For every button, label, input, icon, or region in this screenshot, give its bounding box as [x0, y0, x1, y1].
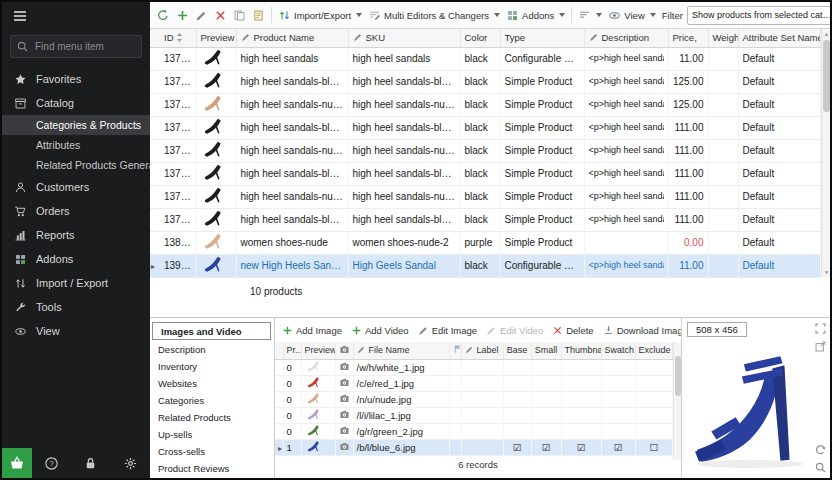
image-row[interactable]: 0 /w/h/white_1.jpg — [275, 359, 673, 375]
col-small[interactable]: Small — [531, 342, 561, 359]
add-product-button[interactable] — [174, 8, 191, 23]
edit-video-button[interactable]: Edit Video — [484, 324, 545, 337]
swatch-checkbox[interactable] — [601, 407, 635, 423]
thumbnail-checkbox[interactable] — [561, 423, 601, 439]
category-filter-select[interactable]: Show products from selected categories — [687, 6, 830, 25]
sidebar-item-import-export[interactable]: Import / Export — [2, 271, 150, 295]
product-row[interactable]: 13736 high heel sandals-black-36 high he… — [150, 116, 821, 139]
zoom-button[interactable] — [814, 461, 827, 474]
image-row[interactable]: 0 /n/u/nude.jpg — [275, 391, 673, 407]
multi-editors-menu[interactable]: Multi Editors & Changers — [366, 8, 502, 23]
scrollbar-thumb[interactable] — [823, 40, 830, 112]
col-description[interactable]: Description — [584, 29, 668, 47]
swatch-checkbox[interactable] — [601, 391, 635, 407]
exclude-checkbox[interactable] — [635, 359, 673, 375]
fullscreen-button[interactable] — [814, 322, 827, 335]
refresh-button[interactable] — [154, 7, 172, 23]
col-base[interactable]: Base — [503, 342, 531, 359]
col-type[interactable]: Type — [500, 29, 584, 47]
small-checkbox[interactable] — [531, 423, 561, 439]
product-row[interactable]: 13733 high heel sandals-nude high heel s… — [150, 93, 821, 116]
col-thumbnail[interactable]: Thumbna — [561, 342, 601, 359]
product-detail-tab[interactable]: Images and Video — [152, 322, 271, 340]
col-preview[interactable]: Preview — [196, 29, 236, 47]
product-row[interactable]: 13738 high heel sandals-black-37 high he… — [150, 162, 821, 185]
product-row[interactable]: 13731 high heel sandals high heel sandal… — [150, 47, 821, 70]
col-id[interactable]: ID — [160, 29, 196, 47]
product-detail-tab[interactable]: Websites — [150, 375, 274, 392]
col-swatch[interactable]: Swatch — [601, 342, 635, 359]
edit-product-button[interactable] — [193, 8, 210, 23]
delete-image-button[interactable]: Delete — [550, 324, 595, 337]
image-row[interactable]: 0 /g/r/green_2.jpg — [275, 423, 673, 439]
image-row[interactable]: 0 /l/i/lilac_1.jpg — [275, 407, 673, 423]
product-detail-tab[interactable]: Inventory — [150, 358, 274, 375]
row-expander-icon[interactable]: ▸ — [278, 442, 283, 453]
exclude-checkbox[interactable] — [635, 423, 673, 439]
small-checkbox[interactable] — [531, 391, 561, 407]
product-row[interactable]: ▸ 13931 new High Heels Sandals High Geel… — [150, 254, 821, 277]
store-button[interactable] — [2, 448, 32, 478]
swatch-checkbox[interactable] — [601, 375, 635, 391]
thumbnail-checkbox[interactable] — [561, 375, 601, 391]
addons-menu[interactable]: Addons — [504, 8, 567, 23]
product-detail-tab[interactable]: Cross-sells — [150, 443, 274, 460]
product-row[interactable]: 13737 high heel sandals-nude-36 high hee… — [150, 139, 821, 162]
thumbnail-checkbox[interactable] — [561, 359, 601, 375]
col-color[interactable]: Color — [460, 29, 500, 47]
sidebar-item-addons[interactable]: Addons — [2, 247, 150, 271]
col-file-name[interactable]: File Name — [353, 342, 449, 359]
import-export-menu[interactable]: Import/Export — [276, 8, 364, 23]
image-row[interactable]: ▸ 1 /b/l/blue_6.jpg ☑ ☑ ☑ ☑ — [275, 439, 673, 455]
sidebar-item-catalog[interactable]: Catalog — [2, 91, 150, 115]
swatch-checkbox[interactable] — [601, 423, 635, 439]
product-detail-tab[interactable]: Up-sells — [150, 426, 274, 443]
col-sku[interactable]: SKU — [348, 29, 460, 47]
add-video-button[interactable]: Add Video — [349, 324, 411, 337]
exclude-checkbox[interactable]: ☐ — [635, 439, 673, 455]
col-product-name[interactable]: Product Name — [236, 29, 348, 47]
product-row[interactable]: 13732 high heel sandals-black high heel … — [150, 70, 821, 93]
sidebar-item-favorites[interactable]: Favorites — [2, 67, 150, 91]
image-row[interactable]: 0 /c/e/red_1.jpg — [275, 375, 673, 391]
add-image-button[interactable]: Add Image — [280, 324, 344, 337]
product-detail-tab[interactable]: Related Products — [150, 409, 274, 426]
settings-button[interactable] — [123, 456, 138, 471]
delete-product-button[interactable] — [212, 8, 229, 23]
col-image-preview[interactable]: Preview — [301, 342, 335, 359]
thumbnail-checkbox[interactable] — [561, 391, 601, 407]
col-price[interactable]: Price, — [668, 29, 708, 47]
product-row[interactable]: 13740 high heel sandals-black-38 high he… — [150, 208, 821, 231]
exclude-checkbox[interactable] — [635, 391, 673, 407]
sidebar-item-attributes[interactable]: Attributes — [2, 135, 150, 155]
swatch-checkbox[interactable] — [601, 359, 635, 375]
exclude-checkbox[interactable] — [635, 407, 673, 423]
product-detail-tab[interactable]: Categories — [150, 392, 274, 409]
help-button[interactable] — [44, 456, 59, 471]
product-row[interactable]: 13817 women shoes-nude women shoes-nude-… — [150, 231, 821, 254]
view-menu[interactable]: View — [606, 8, 657, 23]
paste-button[interactable] — [250, 8, 267, 23]
download-image-button[interactable]: Download Image — [601, 324, 681, 337]
lock-button[interactable] — [83, 456, 98, 471]
small-checkbox[interactable] — [531, 407, 561, 423]
base-checkbox[interactable] — [503, 375, 531, 391]
col-weight[interactable]: Weight — [708, 29, 738, 47]
row-expander-icon[interactable]: ▸ — [151, 262, 155, 271]
product-detail-tab[interactable]: Product Reviews — [150, 460, 274, 477]
grid-vertical-scrollbar[interactable]: ▲ ▼ — [821, 29, 830, 277]
sidebar-item-view[interactable]: View — [2, 319, 150, 343]
small-checkbox[interactable] — [531, 359, 561, 375]
exclude-checkbox[interactable] — [635, 375, 673, 391]
edit-image-button[interactable]: Edit Image — [416, 324, 479, 337]
product-row[interactable]: 13739 high heel sandals-nude-37 high hee… — [150, 185, 821, 208]
sidebar-item-orders[interactable]: Orders — [2, 199, 150, 223]
search-input[interactable] — [10, 35, 142, 58]
hamburger-menu-button[interactable] — [2, 2, 150, 30]
base-checkbox[interactable] — [503, 359, 531, 375]
rotate-button[interactable] — [814, 443, 827, 456]
col-label[interactable]: Label — [461, 342, 503, 359]
base-checkbox[interactable]: ☑ — [503, 439, 531, 455]
small-checkbox[interactable]: ☑ — [531, 439, 561, 455]
sidebar-item-reports[interactable]: Reports — [2, 223, 150, 247]
